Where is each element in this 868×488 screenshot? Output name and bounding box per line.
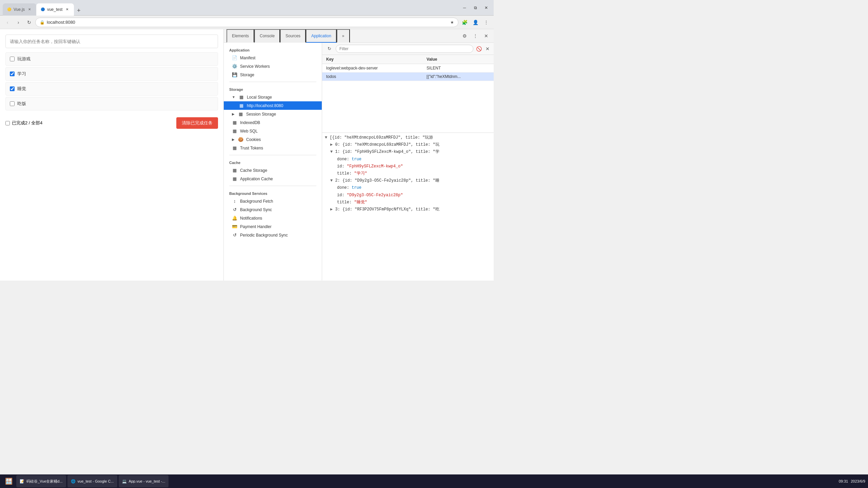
sidebar-item-background-sync[interactable]: ↺ Background Sync [224,205,322,214]
browser-chrome: 🟡 Vue.js ✕ 🔵 vue_test ✕ + ─ ⧉ ✕ [0,0,494,16]
cache-storage-icon: ▦ [232,168,237,173]
json-index: 3: {id: "RF3P2OV75FmP8pcNfYLXq", title: … [335,207,439,212]
sidebar-item-localhost[interactable]: ▦ http://localhost:8080 [224,101,322,110]
list-item: 学习 [5,67,218,81]
restore-button[interactable]: ⧉ [471,3,480,13]
row-value-1: SILENT [422,64,494,73]
minimize-button[interactable]: ─ [460,3,469,13]
address-text: localhost:8080 [47,20,448,25]
sidebar-item-periodic-background-sync[interactable]: ↺ Periodic Background Sync [224,231,322,239]
task-checkbox-2[interactable] [10,72,15,76]
sidebar-item-storage-summary[interactable]: 💾 Storage [224,70,322,79]
tab-application[interactable]: Application [306,29,337,43]
expand-icon[interactable]: ▼ [330,149,333,154]
menu-button[interactable]: ⋮ [481,18,491,27]
sidebar-item-cookies[interactable]: ▶ 🍪 Cookies [224,135,322,144]
tab-console[interactable]: Console [254,29,280,43]
task-checkbox-1[interactable] [10,57,15,61]
manifest-label: Manifest [240,56,255,60]
sidebar-item-indexeddb[interactable]: ▦ IndexedDB [224,118,322,127]
tab-vuejs-close[interactable]: ✕ [27,7,32,12]
task-checkbox-3[interactable] [10,86,15,91]
sidebar-item-background-fetch[interactable]: ↕ Background Fetch [224,197,322,205]
storage-table: Key Value loglevel:webpack-dev-server SI… [322,55,494,81]
filter-clear-button[interactable]: 🚫 [475,45,482,52]
list-item: 玩游戏 [5,52,218,66]
tab-sources[interactable]: Sources [280,29,306,43]
profile-button[interactable]: 👤 [471,18,480,27]
tabs-row: 🟡 Vue.js ✕ 🔵 vue_test ✕ + [3,0,457,16]
console-line: id: "D9y2g3-O5C-Fe2yaic28p" [325,192,491,199]
manifest-icon: 📄 [232,55,237,60]
console-line: done: true [325,156,491,163]
value-column-header: Value [422,55,494,64]
sources-tab-label: Sources [285,34,300,38]
table-row[interactable]: todos [{"id":"heXMtdnm... [322,73,494,81]
indexeddb-icon: ▦ [232,120,237,125]
expand-icon[interactable]: ▶ [330,207,333,212]
sidebar-item-local-storage[interactable]: ▼ ▦ Local Storage [224,93,322,101]
task-input[interactable] [5,35,218,48]
sidebar-item-manifest[interactable]: 📄 Manifest [224,54,322,62]
expand-icon[interactable]: ▶ [330,142,333,147]
devtools-close-button[interactable]: ✕ [481,31,491,41]
devtools-more-button[interactable]: ⋮ [471,31,480,41]
sidebar-item-service-workers[interactable]: ⚙️ Service Workers [224,62,322,70]
json-value: "D9y2g3-O5C-Fe2yaic28p" [347,193,403,198]
forward-button[interactable]: › [14,18,23,27]
tab-more[interactable]: » [337,29,350,43]
sidebar-item-payment-handler[interactable]: 💳 Payment Handler [224,222,322,231]
application-cache-label: Application Cache [240,177,273,181]
select-all-checkbox[interactable] [5,121,10,125]
tab-vuejs[interactable]: 🟡 Vue.js ✕ [3,3,36,16]
local-storage-expand-icon: ▼ [232,95,235,99]
expand-icon[interactable]: ▼ [325,135,327,140]
filter-x-button[interactable]: ✕ [484,45,491,52]
sidebar-item-application-cache[interactable]: ▦ Application Cache [224,175,322,183]
new-tab-button[interactable]: + [74,6,83,16]
sidebar-item-web-sql[interactable]: ▦ Web SQL [224,127,322,135]
localhost-label: http://localhost:8080 [247,103,283,108]
json-value: true [352,185,361,190]
expand-icon[interactable]: ▼ [330,178,333,183]
console-line: title: "睡觉" [325,199,491,206]
sidebar-item-notifications[interactable]: 🔔 Notifications [224,214,322,222]
sidebar-item-cache-storage[interactable]: ▦ Cache Storage [224,166,322,175]
close-window-button[interactable]: ✕ [481,3,491,13]
json-key: done: [337,185,352,190]
devtools-tabs-bar: Elements Console Sources Application » ⚙… [224,29,494,43]
storage-summary-icon: 💾 [232,72,237,77]
refresh-storage-button[interactable]: ↻ [325,44,334,53]
sidebar-item-trust-tokens[interactable]: ▦ Trust Tokens [224,144,322,152]
background-fetch-icon: ↕ [232,199,237,204]
task-list: 玩游戏 学习 睡觉 吃饭 [5,52,218,110]
reload-button[interactable]: ↻ [24,18,34,27]
row-key-2: todos [322,73,422,81]
task-checkbox-4[interactable] [10,101,15,106]
storage-table-area: Key Value loglevel:webpack-dev-server SI… [322,55,494,133]
row-key-1: loglevel:webpack-dev-server [322,64,422,73]
list-item: 吃饭 [5,97,218,110]
divider-2 [229,155,316,155]
cookies-expand-icon: ▶ [232,138,235,141]
extensions-button[interactable]: 🧩 [460,18,469,27]
key-column-header: Key [322,55,422,64]
console-output: ▼ [{id: "heXMtdnmcpoL69zaMRFDJ", title: … [322,133,494,215]
app-page: 玩游戏 学习 睡觉 吃饭 已完成2 / 全部4 清除已完成任务 [0,29,224,281]
address-bar[interactable]: 🔒 localhost:8080 ★ [35,18,458,27]
json-value: "睡觉" [354,200,367,205]
back-button[interactable]: ‹ [3,18,12,27]
devtools-settings-button[interactable]: ⚙ [460,31,469,41]
json-value: "学习" [354,171,367,176]
sidebar-section-background-services: Background Services [224,189,322,197]
list-item: 睡觉 [5,82,218,96]
tab-vue-test-close[interactable]: ✕ [64,7,70,12]
tab-elements[interactable]: Elements [226,29,254,43]
filter-input[interactable] [336,45,473,53]
table-row[interactable]: loglevel:webpack-dev-server SILENT [322,64,494,73]
clear-done-button[interactable]: 清除已完成任务 [176,117,218,129]
tab-vue-test[interactable]: 🔵 vue_test ✕ [36,3,74,16]
service-workers-label: Service Workers [240,64,270,69]
sidebar-item-session-storage[interactable]: ▶ ▦ Session Storage [224,110,322,118]
json-obj: {id: "heXMtdnmcpoL69zaMRFDJ", title: "玩游 [332,135,433,140]
